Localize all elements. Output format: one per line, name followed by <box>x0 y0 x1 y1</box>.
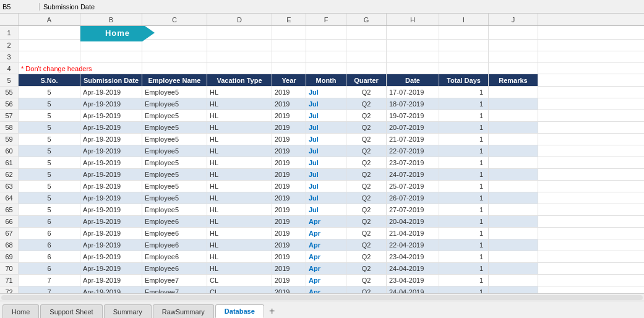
cell-b4[interactable] <box>80 63 142 74</box>
cell-totaldays[interactable]: 1 <box>439 157 489 168</box>
cell-a4[interactable]: * Don't change headers <box>19 63 80 74</box>
cell-remarks[interactable] <box>489 110 538 121</box>
cell-date[interactable]: 22-07-2019 <box>387 145 439 157</box>
cell-subdate[interactable]: Apr-19-2019 <box>80 145 142 157</box>
cell-quarter[interactable]: Q2 <box>346 192 387 204</box>
cell-remarks[interactable] <box>489 87 538 98</box>
cell-subdate[interactable]: Apr-19-2019 <box>80 192 142 204</box>
cell-year[interactable]: 2019 <box>272 122 306 133</box>
home-arrow-button[interactable]: Home <box>80 26 155 41</box>
cell-subdate[interactable]: Apr-19-2019 <box>80 122 142 133</box>
cell-totaldays[interactable]: 1 <box>439 228 489 239</box>
cell-a3[interactable] <box>19 51 80 62</box>
tab-support-sheet[interactable]: Support Sheet <box>40 304 102 318</box>
cell-month[interactable]: Jul <box>306 192 346 204</box>
cell-date[interactable]: 20-07-2019 <box>387 122 439 133</box>
cell-h3[interactable] <box>387 51 439 62</box>
cell-remarks[interactable] <box>489 204 538 215</box>
cell-quarter[interactable]: Q2 <box>346 145 387 157</box>
cell-year[interactable]: 2019 <box>272 275 306 286</box>
cell-month[interactable]: Jul <box>306 110 346 121</box>
cell-quarter[interactable]: Q2 <box>346 263 387 274</box>
cell-e3[interactable] <box>272 51 306 62</box>
cell-b3[interactable] <box>80 51 142 62</box>
cell-date[interactable]: 24-07-2019 <box>387 169 439 180</box>
cell-g1[interactable] <box>346 26 387 39</box>
cell-sno[interactable]: 5 <box>19 181 80 192</box>
cell-totaldays[interactable]: 1 <box>439 204 489 215</box>
header-year[interactable]: Year <box>272 74 306 86</box>
header-month[interactable]: Month <box>306 74 346 86</box>
cell-year[interactable]: 2019 <box>272 157 306 168</box>
cell-subdate[interactable]: Apr-19-2019 <box>80 216 142 227</box>
cell-month[interactable]: Jul <box>306 87 346 98</box>
cell-subdate[interactable]: Apr-19-2019 <box>80 239 142 251</box>
col-header-c[interactable]: C <box>142 14 207 25</box>
header-empname[interactable]: Employee Name <box>142 74 207 86</box>
cell-year[interactable]: 2019 <box>272 110 306 121</box>
cell-sno[interactable]: 6 <box>19 228 80 239</box>
cell-year[interactable]: 2019 <box>272 192 306 204</box>
cell-totaldays[interactable]: 1 <box>439 286 489 293</box>
cell-year[interactable]: 2019 <box>272 87 306 98</box>
cell-date[interactable]: 26-07-2019 <box>387 192 439 204</box>
cell-remarks[interactable] <box>489 239 538 251</box>
cell-month[interactable]: Apr <box>306 216 346 227</box>
cell-totaldays[interactable]: 1 <box>439 134 489 145</box>
header-totaldays[interactable]: Total Days <box>439 74 489 86</box>
cell-empname[interactable]: Employee6 <box>142 239 207 251</box>
cell-date[interactable]: 17-07-2019 <box>387 87 439 98</box>
cell-j4[interactable] <box>489 63 538 74</box>
cell-quarter[interactable]: Q2 <box>346 110 387 121</box>
cell-date[interactable]: 27-07-2019 <box>387 204 439 215</box>
cell-year[interactable]: 2019 <box>272 286 306 293</box>
cell-a2[interactable] <box>19 40 80 51</box>
header-quarter[interactable]: Quarter <box>346 74 387 86</box>
header-vactype[interactable]: Vacation Type <box>207 74 272 86</box>
cell-date[interactable]: 20-04-2019 <box>387 216 439 227</box>
cell-f4[interactable] <box>306 63 346 74</box>
cell-e1[interactable] <box>272 26 306 39</box>
col-header-h[interactable]: H <box>387 14 439 25</box>
cell-subdate[interactable]: Apr-19-2019 <box>80 263 142 274</box>
cell-vactype[interactable]: HL <box>207 134 272 145</box>
header-remarks[interactable]: Remarks <box>489 74 538 86</box>
cell-empname[interactable]: Employee5 <box>142 98 207 110</box>
cell-empname[interactable]: Employee5 <box>142 122 207 133</box>
cell-sno[interactable]: 6 <box>19 239 80 251</box>
cell-sno[interactable]: 5 <box>19 110 80 121</box>
cell-month[interactable]: Jul <box>306 204 346 215</box>
cell-subdate[interactable]: Apr-19-2019 <box>80 275 142 286</box>
cell-c3[interactable] <box>142 51 207 62</box>
cell-empname[interactable]: Employee5 <box>142 181 207 192</box>
cell-quarter[interactable]: Q2 <box>346 239 387 251</box>
col-header-b[interactable]: B <box>80 14 142 25</box>
cell-year[interactable]: 2019 <box>272 169 306 180</box>
cell-subdate[interactable]: Apr-19-2019 <box>80 134 142 145</box>
cell-totaldays[interactable]: 1 <box>439 122 489 133</box>
cell-vactype[interactable]: HL <box>207 145 272 157</box>
cell-totaldays[interactable]: 1 <box>439 181 489 192</box>
cell-month[interactable]: Apr <box>306 239 346 251</box>
cell-totaldays[interactable]: 1 <box>439 145 489 157</box>
cell-d3[interactable] <box>207 51 272 62</box>
cell-vactype[interactable]: HL <box>207 228 272 239</box>
cell-year[interactable]: 2019 <box>272 216 306 227</box>
cell-date[interactable]: 24-04-2019 <box>387 263 439 274</box>
cell-quarter[interactable]: Q2 <box>346 157 387 168</box>
cell-sno[interactable]: 7 <box>19 286 80 293</box>
cell-subdate[interactable]: Apr-19-2019 <box>80 251 142 262</box>
cell-quarter[interactable]: Q2 <box>346 169 387 180</box>
cell-f3[interactable] <box>306 51 346 62</box>
header-subdate[interactable]: Submission Date <box>80 74 142 86</box>
cell-sno[interactable]: 6 <box>19 263 80 274</box>
col-header-a[interactable]: A <box>19 14 80 25</box>
cell-month[interactable]: Apr <box>306 286 346 293</box>
col-header-j[interactable]: J <box>489 14 538 25</box>
cell-subdate[interactable]: Apr-19-2019 <box>80 169 142 180</box>
cell-month[interactable]: Apr <box>306 228 346 239</box>
cell-vactype[interactable]: HL <box>207 181 272 192</box>
cell-totaldays[interactable]: 1 <box>439 239 489 251</box>
tab-home[interactable]: Home <box>2 304 39 318</box>
cell-month[interactable]: Jul <box>306 98 346 110</box>
